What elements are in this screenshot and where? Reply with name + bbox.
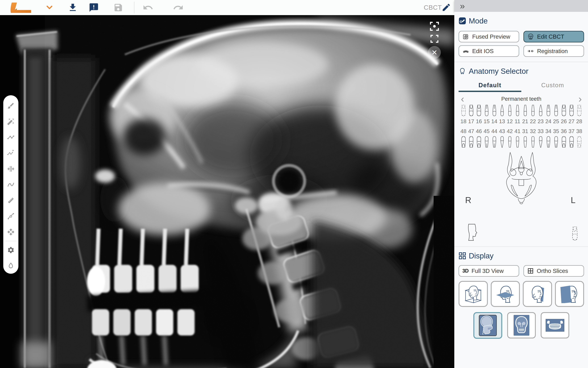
tooth-item-28[interactable]: 28 [575,104,583,125]
mode-section: Mode Fused Preview [454,12,588,62]
tooth-item-11[interactable]: 11 [514,104,521,125]
tooth-number: 12 [507,118,513,125]
tooth-glyph-icon [537,135,544,148]
anatomy-title: Anatomy Selector [469,67,528,75]
curve-icon [7,181,15,188]
auto-polyline-tool-button[interactable] [3,145,18,161]
panel-header: » [454,0,588,12]
coronal-plane-head-icon [560,285,579,303]
redo-icon [173,2,184,13]
tooth-item-18[interactable]: 18 [460,104,467,125]
tooth-item-43[interactable]: 43 [498,128,506,148]
tooth-number: 33 [538,128,544,134]
redo-button[interactable] [173,0,184,15]
fused-preview-button[interactable]: Fused Preview [459,31,519,42]
tooth-item-42[interactable]: 42 [506,128,514,148]
tooth-item-14[interactable]: 14 [490,104,498,125]
full-3d-view-button[interactable]: 3D Full 3D View [459,265,519,277]
registration-button[interactable]: Registration [524,45,584,57]
opacity-tool-button[interactable] [3,258,18,274]
thumbnail-lateral-ceph[interactable] [473,312,502,339]
tooth-item-37[interactable]: 37 [568,128,575,148]
anatomy-tooth-icon [459,67,466,75]
tooth-item-46[interactable]: 46 [475,128,483,148]
tooth-item-26[interactable]: 26 [560,104,568,125]
center-view-button[interactable] [429,21,440,32]
tooth-number: 46 [476,128,482,134]
close-view-button[interactable]: ✕ [428,46,441,59]
edit-dataset-button[interactable] [442,3,451,13]
tooth-glyph-icon [476,104,482,117]
thumbnail-frontal-ceph[interactable] [507,312,536,338]
edit-cbct-button[interactable]: Edit CBCT [524,31,584,42]
feedback-button[interactable] [89,0,99,15]
orientation-full-3d-button[interactable] [459,281,488,307]
merge-tool-button[interactable] [3,161,18,177]
side-left-label: L [571,195,576,205]
save-button[interactable] [113,0,123,15]
xray-canvas[interactable]: ✕ [0,15,454,368]
registration-arrows-icon [527,48,534,55]
edit-ios-button[interactable]: Edit IOS [459,45,519,57]
move-tool-button[interactable] [3,224,18,240]
chevron-down-icon [46,5,53,10]
tooth-item-35[interactable]: 35 [552,128,560,148]
tooth-item-21[interactable]: 21 [521,104,529,125]
tooth-item-16[interactable]: 16 [475,104,483,125]
lateral-ceph-thumb-icon [479,314,497,336]
tooth-item-13[interactable]: 13 [498,104,506,125]
orientation-coronal-button[interactable] [555,281,584,307]
missing-tooth-icon [570,226,579,241]
tooth-item-44[interactable]: 44 [490,128,498,148]
tooth-item-32[interactable]: 32 [529,128,537,148]
orientation-axial-button[interactable] [491,281,520,307]
curve-tool-button[interactable] [3,177,18,193]
tooth-item-15[interactable]: 15 [483,104,490,125]
tooth-item-38[interactable]: 38 [575,128,583,148]
tooth-number: 23 [538,118,544,125]
undo-button[interactable] [143,0,154,15]
display-title: Display [469,251,494,260]
collapse-panel-button[interactable]: » [460,0,465,12]
tooth-item-24[interactable]: 24 [544,104,552,125]
fullscreen-button[interactable] [430,34,439,43]
tab-default[interactable]: Default [459,80,521,92]
orientation-sagittal-button[interactable] [523,281,552,307]
settings-tool-button[interactable] [3,242,18,258]
tooth-item-17[interactable]: 17 [467,104,475,125]
tooth-item-41[interactable]: 41 [514,128,521,148]
carousel-prev-button[interactable]: ‹ [459,96,466,102]
tooth-item-22[interactable]: 22 [529,104,537,125]
tab-custom[interactable]: Custom [521,80,584,91]
tooth-item-34[interactable]: 34 [544,128,552,148]
app-logo[interactable] [8,0,40,15]
ortho-slices-button[interactable]: Ortho Slices [524,265,584,277]
brush-tool-button[interactable] [3,98,18,114]
tooth-item-25[interactable]: 25 [552,104,560,125]
tooth-glyph-icon [530,135,536,148]
tooth-glyph-icon [460,104,467,117]
logo-menu-button[interactable] [46,0,53,15]
tooth-item-36[interactable]: 36 [560,128,568,148]
carousel-next-button[interactable]: › [576,96,584,102]
spline-tool-button[interactable] [3,208,18,224]
tooth-item-12[interactable]: 12 [506,104,514,125]
tooth-item-23[interactable]: 23 [537,104,544,125]
download-button[interactable] [68,0,78,15]
3d-icon: 3D [462,268,469,274]
tooth-item-31[interactable]: 31 [521,128,529,148]
tooth-number: 37 [569,128,575,134]
tooth-item-48[interactable]: 48 [460,128,467,148]
ruler-tool-button[interactable] [3,193,18,208]
tooth-item-45[interactable]: 45 [483,128,490,148]
undo-icon [143,2,154,13]
tooth-number: 48 [460,128,466,134]
dataset-label: CBCT [424,0,442,15]
polyline-tool-button[interactable] [3,129,18,145]
tooth-item-47[interactable]: 47 [467,128,475,148]
thumbnail-panoramic[interactable] [541,312,569,338]
magic-wand-tool-button[interactable] [3,114,18,129]
fused-preview-label: Fused Preview [472,33,510,40]
tooth-item-27[interactable]: 27 [568,104,575,125]
tooth-item-33[interactable]: 33 [537,128,544,148]
